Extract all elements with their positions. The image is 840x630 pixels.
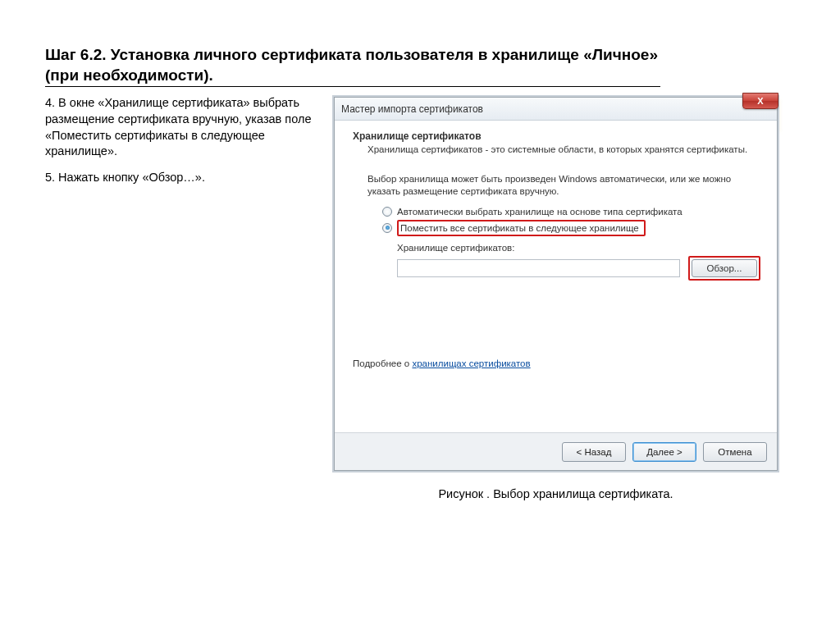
button-bar: < Назад Далее > Отмена: [335, 432, 777, 470]
cancel-button[interactable]: Отмена: [703, 442, 767, 462]
choice-intro: Выбор хранилища может быть произведен Wi…: [368, 173, 760, 199]
section-title: Хранилище сертификатов: [353, 130, 760, 142]
close-icon: X: [757, 97, 763, 106]
learn-more-link[interactable]: хранилищах сертификатов: [412, 358, 530, 368]
close-button[interactable]: X: [742, 93, 778, 109]
radio-manual-label: Поместить все сертификаты в следующее хр…: [400, 223, 639, 233]
highlight-box: Поместить все сертификаты в следующее хр…: [397, 220, 646, 236]
instruction-step-4: 4. В окне «Хранилище сертификата» выбрат…: [45, 95, 320, 159]
radio-auto-label: Автоматически выбрать хранилище на основ…: [397, 207, 682, 217]
next-button[interactable]: Далее >: [632, 442, 696, 462]
back-button[interactable]: < Назад: [562, 442, 626, 462]
browse-button[interactable]: Обзор...: [692, 259, 757, 277]
wizard-window: Мастер импорта сертификатов X Хранилище …: [334, 97, 778, 471]
radio-icon: [382, 207, 392, 217]
instruction-step-5: 5. Нажать кнопку «Обзор…».: [45, 170, 320, 186]
highlight-box: Обзор...: [688, 256, 760, 281]
radio-auto-row[interactable]: Автоматически выбрать хранилище на основ…: [382, 207, 760, 217]
section-description: Хранилища сертификатов - это системные о…: [368, 144, 760, 157]
page-heading: Шаг 6.2. Установка личного сертификата п…: [45, 45, 660, 87]
store-input[interactable]: [397, 259, 680, 277]
radio-manual-row[interactable]: Поместить все сертификаты в следующее хр…: [382, 220, 760, 236]
store-label: Хранилище сертификатов:: [397, 243, 760, 253]
learn-more-prefix: Подробнее о: [353, 358, 412, 368]
radio-icon: [382, 223, 392, 233]
titlebar: Мастер импорта сертификатов X: [335, 98, 777, 121]
window-title: Мастер импорта сертификатов: [341, 103, 483, 115]
figure-caption: Рисунок . Выбор хранилища сертификата.: [332, 487, 779, 500]
learn-more: Подробнее о хранилищах сертификатов: [353, 358, 760, 368]
